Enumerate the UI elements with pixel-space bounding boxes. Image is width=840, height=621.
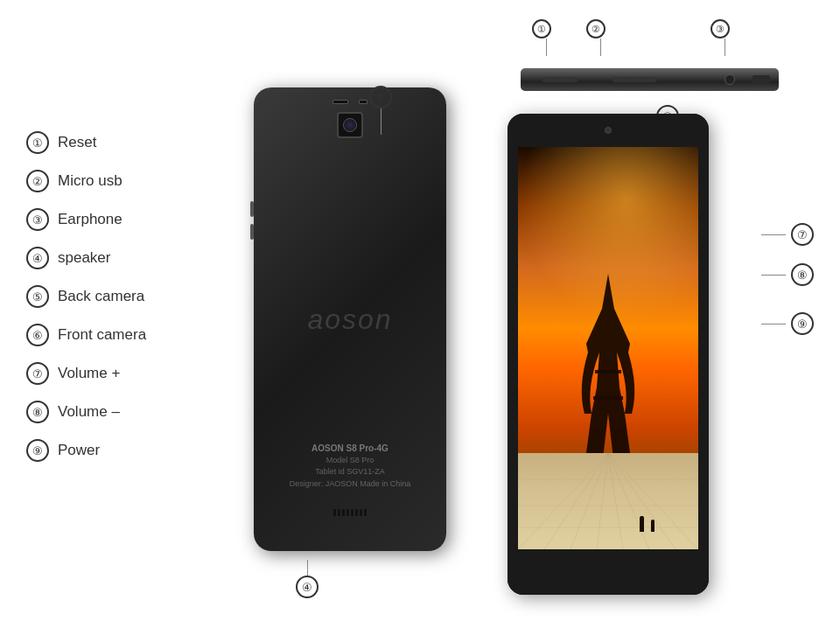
back-camera (337, 112, 363, 138)
top-strip-view (521, 68, 779, 91)
callout-7: ⑦ (761, 223, 814, 246)
back-tablet: aoson AOSON S8 Pro-4G Model S8 Pro Table… (254, 87, 446, 551)
legend-item-8: ⑧ Volume – (26, 401, 146, 423)
num-8-circle: ⑧ (791, 263, 814, 286)
legend-label-1: Reset (58, 134, 96, 151)
ground-area (518, 453, 698, 549)
screen (518, 147, 698, 549)
back-model-text: AOSON S8 Pro-4G Model S8 Pro Tablet id S… (290, 442, 411, 491)
num-9-circle: ⑨ (791, 312, 814, 335)
legend-item-9: ⑨ Power (26, 439, 146, 462)
back-speaker (324, 509, 376, 516)
num-circle-5: ⑤ (26, 285, 49, 308)
front-top-bar (508, 114, 709, 147)
legend-label-8: Volume – (58, 403, 120, 421)
legend-label-5: Back camera (58, 288, 144, 305)
num-circle-1: ① (26, 131, 49, 154)
svg-rect-3 (595, 370, 621, 373)
num-circle-3: ③ (26, 208, 49, 231)
legend-label-2: Micro usb (58, 172, 122, 190)
callout-9: ⑨ (761, 312, 814, 335)
svg-rect-4 (593, 396, 623, 400)
num-7-circle: ⑦ (791, 223, 814, 246)
legend-item-4: ④ speaker (26, 247, 146, 269)
top-strip-num-group: ① ② ③ (532, 19, 738, 56)
legend-label-9: Power (58, 442, 100, 459)
num-circle-9: ⑨ (26, 439, 49, 462)
legend-label-7: Volume + (58, 365, 120, 382)
svg-marker-0 (586, 274, 630, 414)
num-circle-4: ④ (26, 247, 49, 269)
svg-line-10 (608, 453, 649, 549)
legend-label-4: speaker (58, 249, 110, 267)
figures (640, 516, 654, 532)
svg-line-9 (608, 453, 623, 549)
legend-item-6: ⑥ Front camera (26, 324, 146, 346)
legend-item-3: ③ Earphone (26, 208, 146, 231)
front-camera-dot (605, 127, 612, 134)
strip-label-3: ③ (710, 19, 730, 38)
callout-8: ⑧ (761, 263, 814, 286)
legend-item-1: ① Reset (26, 131, 146, 154)
num-circle-2: ② (26, 170, 49, 192)
legend-label-6: Front camera (58, 326, 146, 344)
num-circle-7: ⑦ (26, 362, 49, 385)
legend: ① Reset ② Micro usb ③ Earphone ④ speaker… (26, 131, 146, 478)
eiffel-tower-svg (569, 274, 648, 466)
right-callouts: ⑦ ⑧ ⑨ (761, 223, 814, 335)
ground-lines (518, 453, 698, 549)
legend-item-7: ⑦ Volume + (26, 362, 146, 385)
strip-label-2: ② (586, 19, 606, 38)
callout-5: ⑤ (369, 86, 392, 135)
svg-line-5 (518, 453, 608, 549)
svg-line-11 (608, 453, 676, 549)
callout-4: ④ (296, 560, 318, 598)
num-circle-8: ⑧ (26, 401, 49, 423)
num-4-circle: ④ (296, 576, 318, 598)
front-bottom-bar (508, 549, 709, 595)
legend-label-3: Earphone (58, 211, 122, 228)
side-buttons-left (250, 201, 254, 240)
brand-logo: aoson (307, 304, 392, 336)
num-circle-6: ⑥ (26, 324, 49, 346)
num-5-circle: ⑤ (369, 86, 392, 108)
svg-line-12 (608, 453, 698, 549)
legend-item-5: ⑤ Back camera (26, 285, 146, 308)
strip-label-1: ① (532, 19, 551, 38)
front-tablet (508, 114, 709, 595)
legend-item-2: ② Micro usb (26, 170, 146, 192)
